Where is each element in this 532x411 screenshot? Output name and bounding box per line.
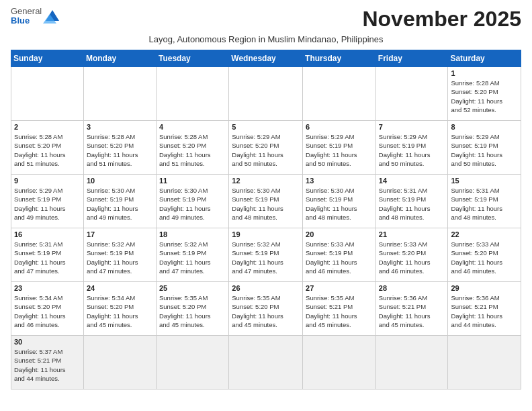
day-of-week-header: Tuesday	[156, 50, 228, 67]
calendar-cell	[375, 336, 448, 390]
day-info: Sunrise: 5:30 AMSunset: 5:19 PMDaylight:…	[159, 186, 226, 222]
day-number: 16	[14, 230, 81, 238]
calendar-header: SundayMondayTuesdayWednesdayThursdayFrid…	[11, 50, 521, 67]
day-number: 14	[379, 177, 445, 185]
day-info: Sunrise: 5:34 AMSunset: 5:20 PMDaylight:…	[14, 293, 81, 329]
day-number: 18	[159, 230, 226, 238]
calendar-cell: 2Sunrise: 5:28 AMSunset: 5:20 PMDaylight…	[11, 121, 84, 175]
day-info: Sunrise: 5:33 AMSunset: 5:19 PMDaylight:…	[306, 240, 373, 275]
day-info: Sunrise: 5:30 AMSunset: 5:19 PMDaylight:…	[306, 186, 373, 222]
day-number: 22	[451, 230, 518, 238]
day-number: 24	[87, 284, 153, 292]
logo: General Blue	[11, 7, 62, 26]
calendar-week-row: 23Sunrise: 5:34 AMSunset: 5:20 PMDayligh…	[11, 282, 521, 336]
day-number: 15	[451, 177, 518, 185]
day-number: 28	[379, 284, 445, 292]
calendar-cell: 17Sunrise: 5:32 AMSunset: 5:19 PMDayligh…	[83, 228, 156, 282]
subtitle: Layog, Autonomous Region in Muslim Minda…	[11, 34, 521, 44]
day-info: Sunrise: 5:29 AMSunset: 5:19 PMDaylight:…	[306, 132, 373, 168]
day-of-week-header: Thursday	[303, 50, 376, 67]
day-of-week-header: Friday	[375, 50, 448, 67]
day-number: 19	[232, 230, 300, 238]
calendar-cell: 3Sunrise: 5:28 AMSunset: 5:20 PMDaylight…	[83, 121, 156, 175]
day-info: Sunrise: 5:31 AMSunset: 5:19 PMDaylight:…	[14, 240, 81, 275]
logo-blue-text: Blue	[11, 15, 30, 26]
day-info: Sunrise: 5:30 AMSunset: 5:19 PMDaylight:…	[87, 186, 153, 222]
calendar-cell: 9Sunrise: 5:29 AMSunset: 5:19 PMDaylight…	[11, 175, 84, 228]
day-info: Sunrise: 5:31 AMSunset: 5:19 PMDaylight:…	[379, 186, 445, 222]
day-number: 11	[159, 177, 226, 185]
calendar-cell: 25Sunrise: 5:35 AMSunset: 5:20 PMDayligh…	[156, 282, 228, 336]
calendar-cell	[375, 67, 448, 121]
calendar-cell: 21Sunrise: 5:33 AMSunset: 5:20 PMDayligh…	[375, 228, 448, 282]
day-number: 27	[306, 284, 373, 292]
calendar-cell: 27Sunrise: 5:35 AMSunset: 5:21 PMDayligh…	[303, 282, 376, 336]
calendar-week-row: 30Sunrise: 5:37 AMSunset: 5:21 PMDayligh…	[11, 336, 521, 390]
calendar-cell	[83, 336, 156, 390]
calendar-cell: 28Sunrise: 5:36 AMSunset: 5:21 PMDayligh…	[375, 282, 448, 336]
calendar-cell: 4Sunrise: 5:28 AMSunset: 5:20 PMDaylight…	[156, 121, 228, 175]
day-info: Sunrise: 5:28 AMSunset: 5:20 PMDaylight:…	[159, 132, 226, 168]
calendar-cell	[303, 336, 376, 390]
day-info: Sunrise: 5:31 AMSunset: 5:19 PMDaylight:…	[451, 186, 518, 222]
day-of-week-header: Saturday	[448, 50, 521, 67]
day-info: Sunrise: 5:29 AMSunset: 5:20 PMDaylight:…	[232, 132, 300, 168]
calendar-cell: 19Sunrise: 5:32 AMSunset: 5:19 PMDayligh…	[229, 228, 303, 282]
day-number: 12	[232, 177, 300, 185]
calendar-cell: 16Sunrise: 5:31 AMSunset: 5:19 PMDayligh…	[11, 228, 84, 282]
day-number: 1	[451, 69, 518, 77]
days-of-week-row: SundayMondayTuesdayWednesdayThursdayFrid…	[11, 50, 521, 67]
calendar-cell	[11, 67, 84, 121]
calendar-week-row: 9Sunrise: 5:29 AMSunset: 5:19 PMDaylight…	[11, 175, 521, 228]
calendar-cell	[156, 67, 228, 121]
calendar-body: 1Sunrise: 5:28 AMSunset: 5:20 PMDaylight…	[11, 67, 521, 390]
day-number: 20	[306, 230, 373, 238]
month-title: November 2025	[362, 7, 521, 32]
calendar-cell	[303, 67, 376, 121]
calendar-cell: 29Sunrise: 5:36 AMSunset: 5:21 PMDayligh…	[448, 282, 521, 336]
calendar-cell: 23Sunrise: 5:34 AMSunset: 5:20 PMDayligh…	[11, 282, 84, 336]
day-info: Sunrise: 5:28 AMSunset: 5:20 PMDaylight:…	[451, 79, 518, 114]
day-info: Sunrise: 5:35 AMSunset: 5:20 PMDaylight:…	[159, 293, 226, 329]
calendar-cell: 11Sunrise: 5:30 AMSunset: 5:19 PMDayligh…	[156, 175, 228, 228]
day-number: 26	[232, 284, 300, 292]
day-number: 7	[379, 123, 445, 131]
day-info: Sunrise: 5:32 AMSunset: 5:19 PMDaylight:…	[232, 240, 300, 275]
day-of-week-header: Monday	[83, 50, 156, 67]
calendar-cell: 18Sunrise: 5:32 AMSunset: 5:19 PMDayligh…	[156, 228, 228, 282]
day-number: 25	[159, 284, 226, 292]
day-number: 3	[87, 123, 153, 131]
calendar-cell	[83, 67, 156, 121]
day-info: Sunrise: 5:34 AMSunset: 5:20 PMDaylight:…	[87, 293, 153, 329]
calendar-cell: 20Sunrise: 5:33 AMSunset: 5:19 PMDayligh…	[303, 228, 376, 282]
logo-icon	[43, 9, 62, 24]
day-info: Sunrise: 5:37 AMSunset: 5:21 PMDaylight:…	[14, 347, 81, 383]
day-number: 29	[451, 284, 518, 292]
calendar-cell: 15Sunrise: 5:31 AMSunset: 5:19 PMDayligh…	[448, 175, 521, 228]
day-info: Sunrise: 5:35 AMSunset: 5:21 PMDaylight:…	[306, 293, 373, 329]
day-number: 5	[232, 123, 300, 131]
day-info: Sunrise: 5:30 AMSunset: 5:19 PMDaylight:…	[232, 186, 300, 222]
calendar-week-row: 1Sunrise: 5:28 AMSunset: 5:20 PMDaylight…	[11, 67, 521, 121]
day-number: 2	[14, 123, 81, 131]
calendar-cell: 22Sunrise: 5:33 AMSunset: 5:20 PMDayligh…	[448, 228, 521, 282]
calendar-week-row: 2Sunrise: 5:28 AMSunset: 5:20 PMDaylight…	[11, 121, 521, 175]
calendar-cell: 5Sunrise: 5:29 AMSunset: 5:20 PMDaylight…	[229, 121, 303, 175]
day-number: 4	[159, 123, 226, 131]
day-number: 9	[14, 177, 81, 185]
day-number: 6	[306, 123, 373, 131]
calendar-cell: 7Sunrise: 5:29 AMSunset: 5:19 PMDaylight…	[375, 121, 448, 175]
calendar-cell: 12Sunrise: 5:30 AMSunset: 5:19 PMDayligh…	[229, 175, 303, 228]
day-number: 13	[306, 177, 373, 185]
calendar-cell	[448, 336, 521, 390]
day-number: 10	[87, 177, 153, 185]
day-number: 23	[14, 284, 81, 292]
day-number: 21	[379, 230, 445, 238]
calendar-table: SundayMondayTuesdayWednesdayThursdayFrid…	[11, 50, 521, 390]
day-number: 30	[14, 338, 81, 346]
day-info: Sunrise: 5:33 AMSunset: 5:20 PMDaylight:…	[379, 240, 445, 275]
calendar-cell: 14Sunrise: 5:31 AMSunset: 5:19 PMDayligh…	[375, 175, 448, 228]
day-info: Sunrise: 5:35 AMSunset: 5:20 PMDaylight:…	[232, 293, 300, 329]
day-info: Sunrise: 5:29 AMSunset: 5:19 PMDaylight:…	[379, 132, 445, 168]
day-of-week-header: Sunday	[11, 50, 84, 67]
